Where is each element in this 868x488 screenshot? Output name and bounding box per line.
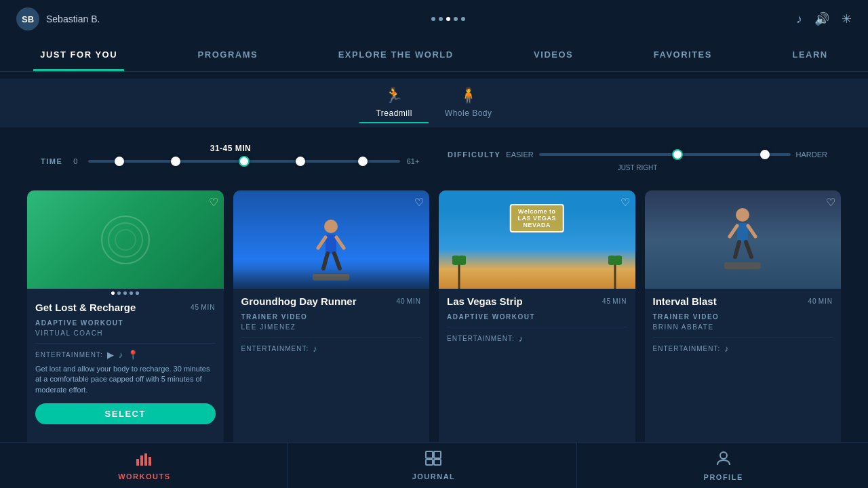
difficulty-label: DIFFICULTY (448, 150, 500, 159)
svg-line-18 (730, 226, 737, 237)
difficulty-slider-group: DIFFICULTY EASIER HARDER JUST RIGHT (448, 137, 827, 171)
difficulty-track-row: DIFFICULTY EASIER HARDER (448, 150, 827, 159)
journal-grid-icon (425, 451, 441, 466)
svg-point-3 (324, 220, 338, 233)
time-thumb-5[interactable] (358, 157, 368, 166)
card-title-row-1: Get Lost & Recharge 45MIN (35, 302, 216, 314)
trainer-figure-svg (719, 203, 766, 277)
card-image-green (27, 190, 224, 289)
svg-rect-22 (724, 262, 761, 269)
difficulty-track[interactable] (539, 153, 791, 156)
time-thumb-2[interactable] (171, 157, 180, 166)
nav-item-learn[interactable]: LEARN (785, 38, 834, 71)
nav-item-videos[interactable]: VIDEOS (527, 38, 580, 71)
difficulty-min: EASIER (506, 150, 533, 159)
location-icon: 📍 (127, 350, 139, 360)
music-icon-card4: ♪ (724, 344, 730, 354)
nav-label-just-for-you: JUST FOR YOU (40, 49, 117, 60)
card-title-row-3: Las Vegas Strip 45MIN (447, 296, 627, 308)
time-thumb-active[interactable] (239, 156, 250, 167)
card-divider-2 (241, 337, 422, 338)
card-divider-4 (653, 337, 833, 338)
filters-area: 🏃 Treadmill 🧍 Whole Body 31-45 MIN TIME … (0, 72, 868, 178)
card-trainer-2: LEE JIMENEZ (241, 323, 422, 331)
music-icon-card: ♪ (119, 350, 124, 360)
topbar-icons: ♪ 🔊 ✳ (796, 12, 852, 26)
nav-item-explore[interactable]: EXPLORE THE WORLD (332, 38, 460, 71)
card-body-1: Get Lost & Recharge 45MIN ADAPTIVE WORKO… (27, 295, 224, 455)
card-entertainment-3: ENTERTAINMENT: ♪ (447, 333, 627, 344)
card-title-row-2: Groundhog Day Runner 40MIN (241, 296, 422, 308)
nav-label-programs: PROGRAMS (198, 49, 258, 60)
favorite-btn-4[interactable]: ♡ (826, 196, 835, 209)
equipment-tabs: 🏃 Treadmill 🧍 Whole Body (0, 79, 868, 127)
progress-dots (431, 17, 465, 21)
bluetooth-icon[interactable]: ✳ (842, 12, 852, 26)
music-icon[interactable]: ♪ (796, 12, 802, 26)
topbar-left: SB Sebastian B. (16, 7, 100, 30)
card-title-2: Groundhog Day Runner (241, 296, 357, 308)
difficulty-thumb-2[interactable] (760, 150, 770, 159)
difficulty-value-label (448, 137, 827, 146)
runner-figure-svg (307, 214, 355, 289)
svg-rect-28 (434, 451, 441, 458)
svg-rect-26 (149, 457, 151, 466)
svg-rect-24 (140, 455, 143, 466)
nav-item-programs[interactable]: PROGRAMS (191, 38, 265, 71)
green-graphic (98, 213, 153, 267)
time-thumb-1[interactable] (115, 157, 124, 166)
card-groundhog: ♡ Groundhog Day Runner 40MIN TRAINER VID… (233, 190, 430, 455)
tab-treadmill[interactable]: 🏃 Treadmill (359, 83, 428, 123)
svg-rect-30 (434, 460, 441, 465)
svg-point-16 (736, 208, 749, 222)
bottom-nav-profile[interactable]: PROFILE (580, 443, 866, 488)
svg-line-7 (323, 253, 328, 268)
workouts-label: WORKOUTS (118, 472, 170, 481)
card-title-row-4: Interval Blast 40MIN (653, 296, 833, 308)
nav-item-favorites[interactable]: FAVORITES (647, 38, 719, 71)
tab-whole-body[interactable]: 🧍 Whole Body (429, 83, 509, 123)
svg-line-5 (318, 237, 326, 248)
time-slider-group: 31-45 MIN TIME 0 61+ (41, 144, 420, 165)
play-icon: ▶ (107, 350, 115, 360)
svg-rect-29 (426, 460, 433, 465)
card-type-1: ADAPTIVE WORKOUT (35, 319, 216, 327)
svg-rect-9 (313, 274, 349, 281)
card-duration-3: 45MIN (601, 296, 627, 306)
bar-chart-icon (136, 451, 153, 466)
card-duration-2: 40MIN (395, 296, 421, 306)
favorite-btn-1[interactable]: ♡ (209, 196, 218, 209)
time-max: 61+ (406, 157, 420, 165)
time-min: 0 (68, 157, 83, 165)
favorite-btn-3[interactable]: ♡ (620, 196, 630, 209)
bottom-nav-workouts[interactable]: WORKOUTS (1, 443, 288, 488)
card-body-3: Las Vegas Strip 45MIN ADAPTIVE WORKOUT E… (439, 289, 635, 455)
dot-1 (431, 17, 435, 21)
workouts-icon (136, 451, 153, 470)
treadmill-label: Treadmill (376, 108, 412, 118)
person-icon (715, 450, 732, 466)
profile-icon (715, 450, 732, 470)
volume-icon[interactable]: 🔊 (814, 12, 829, 26)
svg-point-1 (108, 223, 142, 257)
profile-label: PROFILE (704, 473, 743, 481)
dot-4 (454, 17, 458, 21)
bottom-nav-journal[interactable]: JOURNAL (291, 443, 577, 488)
select-button-1[interactable]: SELECT (35, 403, 216, 424)
nav-item-just-for-you[interactable]: JUST FOR YOU (33, 38, 124, 71)
svg-rect-23 (136, 459, 139, 466)
main-nav: JUST FOR YOU PROGRAMS EXPLORE THE WORLD … (0, 38, 868, 72)
card-trainer-4: BRINN ABBATE (653, 323, 833, 331)
card-title-1: Get Lost & Recharge (35, 302, 136, 314)
difficulty-thumb-active[interactable] (672, 149, 683, 160)
card-title-4: Interval Blast (653, 296, 717, 308)
favorite-btn-2[interactable]: ♡ (414, 196, 424, 209)
time-track[interactable] (88, 160, 400, 163)
card-title-3: Las Vegas Strip (447, 296, 523, 308)
time-value-label: 31-45 MIN (41, 144, 420, 153)
journal-label: JOURNAL (412, 472, 456, 481)
topbar: SB Sebastian B. ♪ 🔊 ✳ (0, 0, 868, 38)
svg-line-19 (748, 226, 755, 237)
time-thumb-4[interactable] (296, 157, 305, 166)
music-icon-card2: ♪ (313, 344, 318, 354)
